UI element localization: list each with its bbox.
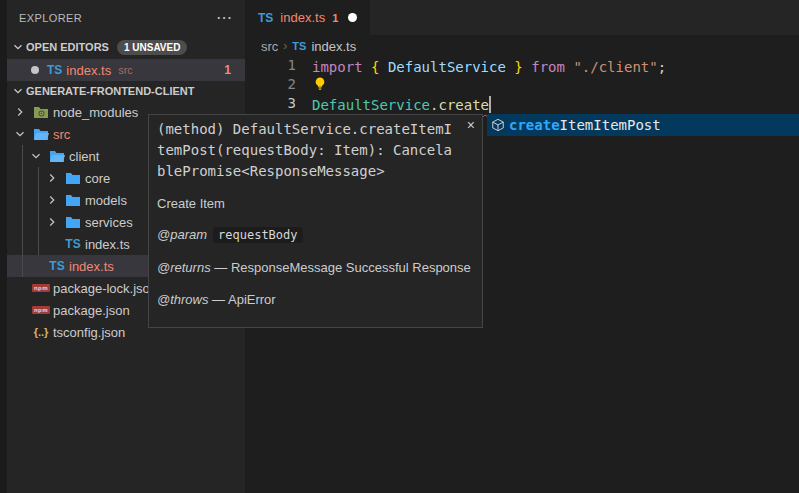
method-signature: (method) DefaultService.createItemItemPo… [157,119,474,182]
chevron-placeholder [11,277,29,299]
indent-guide [22,145,23,277]
breadcrumb-file[interactable]: index.ts [311,39,356,54]
chevron-down-icon[interactable] [27,145,45,167]
unsaved-dot-icon[interactable] [348,13,357,22]
folder-icon [61,167,85,189]
folder-npm-icon [29,101,53,123]
code-line-3[interactable]: 3DefaultService.create [245,95,799,114]
signature-line: blePromise<ResponseMessage> [157,161,474,182]
open-editor-file-label: index.ts [66,63,111,78]
tree-item-label: node_modules [53,105,138,120]
suggestion-label: createItemItemPost [509,117,661,133]
tab-index-ts[interactable]: TS index.ts 1 [245,0,370,35]
open-editor-file-description: src [118,64,224,76]
signature-line: (method) DefaultService.createItemI [157,119,474,140]
code-line-1[interactable]: 1import { DefaultService } from "./clien… [245,57,799,76]
doc-tag-text: — ApiError [209,292,276,307]
line-number: 2 [245,76,296,95]
suggest-item-createItemItemPost[interactable]: createItemItemPost [487,114,799,136]
chevron-down-icon [10,83,26,99]
folder-icon [61,189,85,211]
code-token: ; [658,59,666,75]
folder-open-icon [29,123,53,145]
typescript-file-icon: TS [292,40,306,52]
sidebar-title-bar: EXPLORER ⋯ [7,0,245,35]
chevron-placeholder [11,321,29,343]
ts-icon: TS [61,233,85,255]
chevron-right-icon[interactable] [43,167,61,189]
code-token: create [438,97,489,113]
chevron-right-icon[interactable] [43,211,61,233]
sidebar-title: EXPLORER [19,12,216,24]
code-token: "./client" [573,59,657,75]
code-token [565,59,573,75]
line-number: 1 [245,57,296,76]
doc-tag-text: — ResponseMessage Successful Response [211,260,471,275]
more-actions-icon[interactable]: ⋯ [216,8,233,27]
doc-tag-returns: @returns — ResponseMessage Successful Re… [157,259,474,276]
open-editors-header[interactable]: OPEN EDITORS 1 UNSAVED [7,35,245,59]
folder-icon [61,211,85,233]
tab-label: index.ts [280,10,325,25]
doc-summary: Create Item [157,196,474,211]
chevron-placeholder [43,233,61,255]
npm-icon: npm [29,277,53,299]
doc-tag-name: @param [157,227,207,242]
chevron-down-icon[interactable] [11,123,29,145]
line-content: import { DefaultService } from "./client… [312,57,666,76]
ts-icon: TS [45,255,69,277]
doc-tag-param: @paramrequestBody [157,226,474,244]
open-editor-item-index-ts[interactable]: TS index.ts src 1 [7,59,245,81]
code-line-2[interactable]: 2 [245,76,799,95]
text-cursor [489,96,491,113]
close-icon[interactable]: × [467,118,475,132]
suggestion-match: create [509,117,560,133]
doc-tag-name: @throws [157,292,209,307]
chevron-down-icon [10,39,26,55]
project-name-label: GENERATE-FRONTEND-CLIENT [26,85,194,97]
doc-tag-name: @returns [157,260,211,275]
code-token: from [531,59,565,75]
braces-icon: {..} [29,321,53,343]
tree-item-label: models [85,193,127,208]
chevron-placeholder [27,255,45,277]
error-count-badge: 1 [224,63,245,77]
code-token [363,59,371,75]
line-content [312,76,328,95]
code-token [523,59,531,75]
tree-item-label: src [53,127,70,142]
breadcrumb-folder[interactable]: src [261,39,278,54]
open-editors-label: OPEN EDITORS [26,41,109,53]
tree-item-label: tsconfig.json [53,325,125,340]
code-token: { [371,59,379,75]
tree-item-label: index.ts [69,259,114,274]
suggest-details-popup: × (method) DefaultService.createItemItem… [148,114,483,328]
line-number: 3 [245,95,296,114]
doc-tags: @paramrequestBody@returns — ResponseMess… [157,226,474,308]
modified-dot-icon [31,66,39,74]
code-token: DefaultService [388,59,506,75]
code-token: } [514,59,522,75]
chevron-placeholder [11,299,29,321]
tab-bar: TS index.ts 1 [245,0,799,35]
lightbulb-icon[interactable] [312,76,328,95]
code-token [506,59,514,75]
signature-line: temPost(requestBody: Item): Cancela [157,140,474,161]
breadcrumb: src › TS index.ts [245,35,799,57]
tree-item-label: core [85,171,110,186]
unsaved-badge: 1 UNSAVED [117,40,188,55]
doc-param-chip: requestBody [213,227,302,243]
chevron-right-icon[interactable] [11,101,29,123]
code-editor[interactable]: 1import { DefaultService } from "./clien… [245,57,799,114]
method-cube-icon [487,118,509,132]
tree-item-label: client [69,149,99,164]
chevron-right-icon[interactable] [43,189,61,211]
tree-item-label: index.ts [85,237,130,252]
breadcrumb-separator: › [283,39,287,53]
code-token: import [312,59,363,75]
code-token: . [430,97,438,113]
tab-error-count: 1 [332,12,338,24]
project-section-header[interactable]: GENERATE-FRONTEND-CLIENT [7,81,245,101]
code-token: DefaultService [312,97,430,113]
doc-tag-throws: @throws — ApiError [157,291,474,308]
